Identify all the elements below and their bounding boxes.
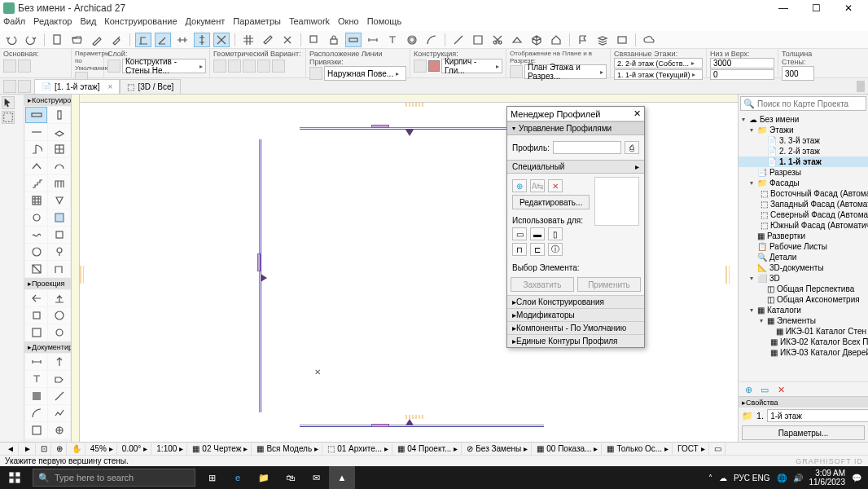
column-tool[interactable]	[48, 107, 70, 123]
close-button[interactable]: ✕	[832, 0, 865, 16]
arc-dd-icon[interactable]	[423, 33, 440, 47]
start-button[interactable]	[0, 466, 29, 489]
door-tool[interactable]	[25, 141, 47, 157]
section-mark[interactable]	[371, 125, 389, 128]
navigator-search[interactable]: 🔍	[740, 96, 866, 111]
eye-icon[interactable]	[107, 59, 121, 73]
stair-tool[interactable]	[25, 175, 47, 192]
wall-tool-icon[interactable]	[3, 59, 16, 73]
pan-icon[interactable]: ✋	[68, 443, 85, 455]
navigator-tree[interactable]: ▾☁Без имени ▾📁Этажи 📄3. 3-й этаж 📄2. 2-й…	[739, 112, 868, 381]
display-icon[interactable]	[510, 65, 523, 78]
new-view-icon[interactable]: ⊕	[742, 384, 755, 395]
arrow-right-icon[interactable]	[18, 59, 31, 73]
geom-straight-icon[interactable]	[213, 59, 226, 73]
interior-elev-tool[interactable]	[25, 307, 47, 324]
publish-icon[interactable]	[614, 33, 630, 47]
slab-tool[interactable]	[48, 124, 70, 140]
grid-tool[interactable]	[48, 422, 70, 438]
railing-tool[interactable]	[48, 175, 70, 192]
layout-icon[interactable]: ▭	[758, 384, 771, 395]
use-other-icon[interactable]: ⊏	[530, 243, 545, 256]
collapse-modifiers[interactable]: ▸Модификаторы	[507, 308, 644, 321]
snap-angle-icon[interactable]	[155, 33, 171, 47]
morph-tool[interactable]	[48, 192, 70, 209]
3d-icon[interactable]	[528, 33, 545, 47]
menu-file[interactable]: Файл	[3, 16, 25, 31]
profile-picker-icon[interactable]: ⎙	[625, 141, 639, 154]
collapse-components[interactable]: ▸Компоненты - По Умолчанию	[507, 321, 644, 334]
mail-icon[interactable]: ✉	[303, 466, 329, 489]
lamp-tool[interactable]	[48, 244, 70, 260]
menu-document[interactable]: Документ	[186, 16, 226, 31]
collapse-contours[interactable]: ▸Единые Контуры Профиля	[507, 334, 644, 347]
marker-icon[interactable]	[406, 130, 414, 136]
eyedropper-icon[interactable]	[108, 33, 125, 47]
wall-tool[interactable]	[25, 107, 47, 123]
display-combo[interactable]: План Этажа и Разрез...▸	[524, 64, 607, 79]
delete-profile-icon[interactable]: ✕	[548, 179, 563, 192]
sb-mvo[interactable]: ▦ 04 Проект... ▸	[394, 443, 462, 455]
lock-dd-icon[interactable]	[326, 33, 342, 47]
snap-intersect-icon[interactable]	[213, 33, 230, 47]
guide-h-icon[interactable]	[174, 33, 191, 47]
zoom-value[interactable]: 45% ▸	[87, 443, 117, 455]
bottom-height-input[interactable]	[710, 69, 774, 80]
beam-tool[interactable]	[25, 124, 47, 140]
zoom-ext-icon[interactable]: ⊡	[37, 443, 51, 455]
zoom-in-icon[interactable]: ⊕	[53, 443, 67, 455]
nav-back-icon[interactable]: ◄	[3, 443, 19, 455]
dialog-close-icon[interactable]: ✕	[633, 108, 641, 119]
redo-icon[interactable]	[23, 33, 39, 47]
level-dim-tool[interactable]	[48, 354, 70, 370]
section-tool[interactable]	[25, 290, 47, 306]
top-height-input[interactable]	[710, 58, 774, 68]
add-profile-icon[interactable]: ⊕	[512, 179, 527, 192]
props-name-input[interactable]	[767, 409, 868, 422]
toolbox-design-header[interactable]: ▸ Конструиров	[24, 95, 71, 106]
edge-icon[interactable]: e	[225, 466, 251, 489]
sb-pen[interactable]: ⬚ 01 Архите... ▸	[324, 443, 392, 455]
tab-3d[interactable]: ⬚[3D / Все]	[120, 79, 181, 94]
guide-v-icon[interactable]	[194, 33, 210, 47]
fill-tool[interactable]	[25, 388, 47, 404]
tab-close-icon[interactable]: ×	[108, 82, 113, 91]
toolbox-view-header[interactable]: ▸ Проекция	[24, 278, 71, 289]
marquee-tool-icon[interactable]	[2, 111, 15, 124]
view-grid-icon[interactable]	[18, 80, 31, 93]
open-icon[interactable]	[69, 33, 85, 47]
worksheet-tool[interactable]	[25, 324, 47, 341]
sb-layer[interactable]: ▦ 02 Чертеж ▸	[189, 443, 252, 455]
refline-icon[interactable]	[309, 67, 322, 80]
onedrive-icon[interactable]: ☁	[719, 474, 727, 482]
marker-icon[interactable]	[261, 274, 267, 282]
sb-reno[interactable]: ▦ 00 Показа... ▸	[533, 443, 602, 455]
box-dd-icon[interactable]	[306, 33, 322, 47]
cut-icon[interactable]	[489, 33, 506, 47]
window-tool[interactable]	[48, 141, 70, 157]
new-icon[interactable]	[50, 33, 66, 47]
tray-up-icon[interactable]: ˄	[708, 474, 712, 482]
wall[interactable]	[300, 425, 544, 427]
dimension-tool[interactable]	[25, 354, 47, 370]
section-mark[interactable]	[257, 253, 261, 271]
menu-window[interactable]: Окно	[338, 16, 359, 31]
dialog-section-manage[interactable]: ▾Управление Профилями	[507, 121, 644, 135]
menu-options[interactable]: Параметры	[233, 16, 281, 31]
pencil-icon[interactable]	[89, 33, 105, 47]
geom-curved-icon[interactable]	[228, 59, 241, 73]
use-beam-icon[interactable]: ▬	[530, 227, 545, 240]
menu-teamwork[interactable]: Teamwork	[289, 16, 330, 31]
struct-icon[interactable]	[414, 59, 427, 73]
delete-icon[interactable]: ✕	[774, 384, 787, 395]
undo-icon[interactable]	[3, 33, 20, 47]
struct-combo[interactable]: Кирпич - Гли...▸	[441, 59, 502, 73]
angle-value[interactable]: 0.00° ▸	[119, 443, 151, 455]
search-input[interactable]	[757, 99, 863, 108]
store-icon[interactable]: 🛍	[277, 466, 303, 489]
special-row[interactable]: Специальный▸	[507, 160, 644, 174]
geom-rect-icon[interactable]	[272, 59, 285, 73]
profile-input[interactable]	[553, 141, 621, 154]
top-story-combo[interactable]: 2. 2-й этаж (Собств...▸	[614, 58, 703, 68]
sb-partial[interactable]: ▦ Только Ос... ▸	[603, 443, 673, 455]
